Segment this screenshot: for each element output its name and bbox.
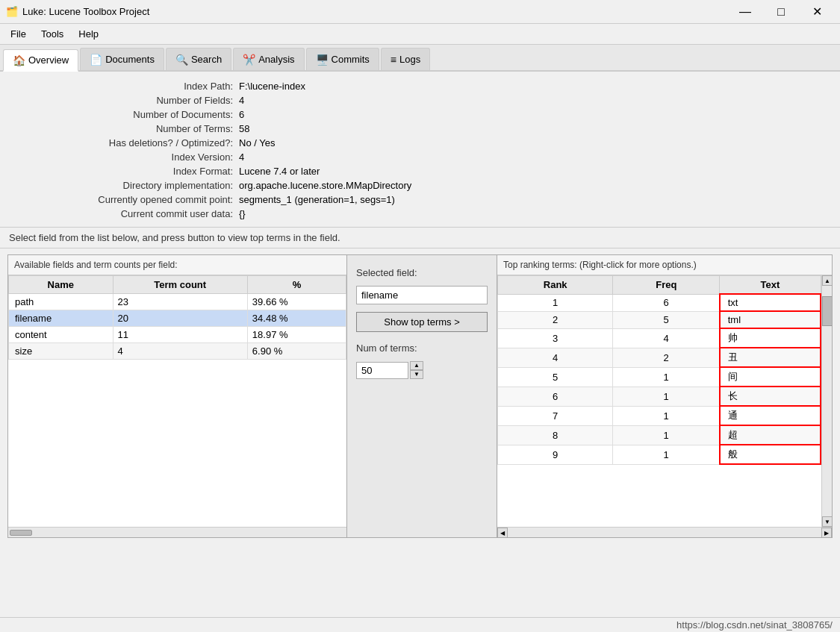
- tab-logs-label: Logs: [399, 54, 420, 65]
- hscroll-left-arrow[interactable]: ◀: [497, 528, 508, 538]
- field-percent: 6.90 %: [247, 343, 346, 360]
- spinner-buttons: ▲ ▼: [410, 361, 423, 379]
- label-num-terms: Number of Terms:: [15, 123, 239, 134]
- tab-analysis[interactable]: ✂️ Analysis: [233, 48, 304, 70]
- table-row[interactable]: 4 2 丑: [498, 348, 821, 367]
- text-cell: 般: [720, 445, 821, 464]
- window-controls: — □ ✕: [728, 1, 834, 22]
- scroll-up-arrow[interactable]: ▲: [822, 275, 832, 286]
- commits-icon: 🖥️: [316, 54, 329, 66]
- info-row-num-terms: Number of Terms: 58: [0, 122, 840, 136]
- col-rank: Rank: [498, 276, 613, 295]
- freq-cell: 1: [613, 445, 720, 464]
- label-deletions: Has deletions? / Optimized?:: [15, 137, 239, 148]
- tab-commits-label: Commits: [332, 54, 370, 65]
- search-icon: 🔍: [175, 54, 188, 66]
- ranking-table: Rank Freq Text 1 6 txt 2 5 tml 3 4 帅 4: [497, 275, 821, 465]
- spinner-down-button[interactable]: ▼: [410, 370, 423, 379]
- field-name: path: [9, 294, 113, 310]
- close-button[interactable]: ✕: [800, 1, 834, 22]
- freq-cell: 5: [613, 311, 720, 328]
- right-panel-title: Top ranking terms: (Right-click for more…: [497, 255, 832, 275]
- freq-cell: 6: [613, 294, 720, 311]
- rank-cell: 7: [498, 406, 613, 425]
- maximize-button[interactable]: □: [764, 1, 798, 22]
- value-commit-data: {}: [239, 208, 246, 219]
- table-row[interactable]: 5 1 间: [498, 367, 821, 387]
- freq-cell: 4: [613, 328, 720, 348]
- right-scroll-wrapper: Rank Freq Text 1 6 txt 2 5 tml 3 4 帅 4: [497, 275, 832, 527]
- value-commit-point: segments_1 (generation=1, segs=1): [239, 194, 395, 205]
- table-row[interactable]: 8 1 超: [498, 425, 821, 445]
- scroll-down-arrow[interactable]: ▼: [822, 516, 832, 527]
- tab-overview[interactable]: 🏠 Overview: [3, 49, 78, 72]
- field-name: size: [9, 343, 113, 360]
- table-row[interactable]: 1 6 txt: [498, 294, 821, 311]
- num-terms-input[interactable]: [356, 362, 408, 379]
- menu-file[interactable]: File: [3, 26, 34, 42]
- logs-icon: ≡: [391, 54, 396, 66]
- spinner-up-button[interactable]: ▲: [410, 361, 423, 370]
- table-row[interactable]: 3 4 帅: [498, 328, 821, 348]
- table-row[interactable]: size 4 6.90 %: [9, 343, 346, 360]
- num-terms-label: Num of terms:: [356, 342, 488, 354]
- col-term-count: Term count: [113, 276, 247, 294]
- tab-search-label: Search: [191, 54, 222, 65]
- label-index-version: Index Version:: [15, 151, 239, 163]
- value-index-format: Lucene 7.4 or later: [239, 166, 320, 177]
- right-hscrollbar[interactable]: ◀ ▶: [497, 527, 832, 537]
- tab-documents-label: Documents: [105, 54, 155, 65]
- freq-cell: 1: [613, 387, 720, 406]
- hscroll-track: [508, 528, 821, 537]
- table-row[interactable]: 6 1 长: [498, 387, 821, 406]
- panels: Available fields and term counts per fie…: [0, 254, 840, 538]
- value-index-version: 4: [239, 151, 244, 163]
- show-top-terms-button[interactable]: Show top terms >: [356, 312, 488, 332]
- tab-logs[interactable]: ≡ Logs: [381, 48, 430, 70]
- field-term-count: 20: [113, 310, 247, 327]
- hscroll-right-arrow[interactable]: ▶: [821, 528, 832, 538]
- info-row-directory: Directory implementation: org.apache.luc…: [0, 178, 840, 193]
- rank-cell: 1: [498, 294, 613, 311]
- field-term-count: 4: [113, 343, 247, 360]
- table-row[interactable]: 9 1 般: [498, 445, 821, 464]
- info-row-index-version: Index Version: 4: [0, 150, 840, 164]
- fields-scroll[interactable]: Name Term count % path 23 39.66 % filena…: [8, 275, 346, 527]
- info-row-index-format: Index Format: Lucene 7.4 or later: [0, 164, 840, 178]
- tabbar: 🏠 Overview 📄 Documents 🔍 Search ✂️ Analy…: [0, 45, 840, 72]
- info-row-commit-point: Currently opened commit point: segments_…: [0, 193, 840, 207]
- label-num-fields: Number of Fields:: [15, 95, 239, 106]
- minimize-button[interactable]: —: [728, 1, 762, 22]
- table-row[interactable]: 7 1 通: [498, 406, 821, 425]
- tab-search[interactable]: 🔍 Search: [166, 48, 231, 70]
- hint-text: Select field from the list below, and pr…: [0, 227, 840, 248]
- col-text: Text: [720, 276, 821, 295]
- menu-help[interactable]: Help: [71, 26, 106, 42]
- freq-cell: 2: [613, 348, 720, 367]
- table-row[interactable]: 2 5 tml: [498, 311, 821, 328]
- status-text: https://blog.csdn.net/sinat_3808765/: [676, 619, 833, 631]
- text-cell: 帅: [720, 328, 821, 348]
- rank-cell: 2: [498, 311, 613, 328]
- label-num-docs: Number of Documents:: [15, 109, 239, 120]
- right-scrollbar[interactable]: ▲ ▼: [821, 275, 832, 527]
- menu-tools[interactable]: Tools: [34, 26, 71, 42]
- rank-cell: 8: [498, 425, 613, 445]
- tab-commits[interactable]: 🖥️ Commits: [306, 48, 379, 70]
- scroll-thumb[interactable]: [822, 296, 832, 326]
- selected-field-input[interactable]: [356, 286, 488, 304]
- info-row-deletions: Has deletions? / Optimized?: No / Yes: [0, 136, 840, 150]
- table-row[interactable]: filename 20 34.48 %: [9, 310, 346, 327]
- text-cell: 通: [720, 406, 821, 425]
- value-deletions: No / Yes: [239, 137, 275, 148]
- scroll-track: [822, 326, 832, 516]
- right-panel: Top ranking terms: (Right-click for more…: [497, 254, 833, 538]
- right-table-scroll[interactable]: Rank Freq Text 1 6 txt 2 5 tml 3 4 帅 4: [497, 275, 821, 527]
- left-hscrollbar[interactable]: [8, 527, 346, 537]
- freq-cell: 1: [613, 425, 720, 445]
- table-row[interactable]: path 23 39.66 %: [9, 294, 346, 310]
- info-row-commit-data: Current commit user data: {}: [0, 207, 840, 221]
- analysis-icon: ✂️: [243, 54, 255, 66]
- table-row[interactable]: content 11 18.97 %: [9, 327, 346, 343]
- tab-documents[interactable]: 📄 Documents: [80, 48, 164, 70]
